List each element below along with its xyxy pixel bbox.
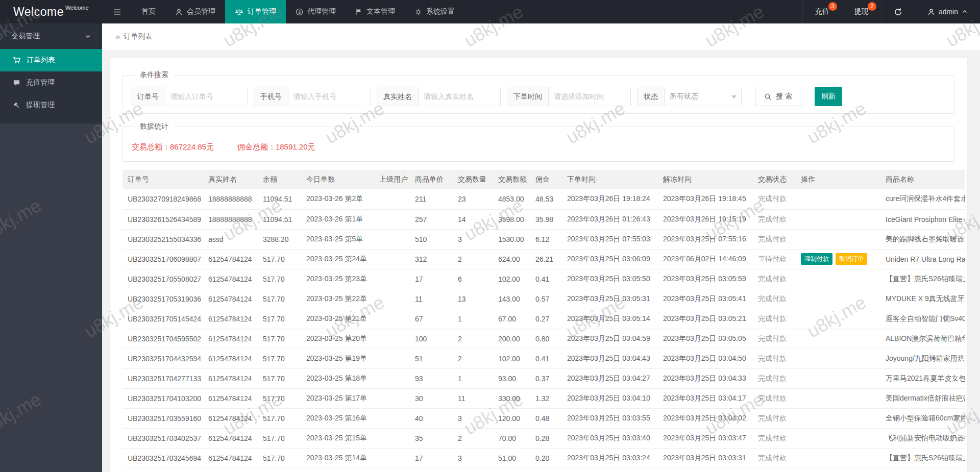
cell-actions xyxy=(796,448,880,468)
top-menu: 首页会员管理订单管理$代理管理文本管理系统设置 xyxy=(132,0,464,23)
cell-order-time: 2023年03月25日 03:03:40 xyxy=(562,428,658,448)
cell-parent-user xyxy=(374,368,410,388)
nav-item-代理管理[interactable]: $代理管理 xyxy=(286,0,346,23)
search-input-订单号[interactable] xyxy=(165,87,247,106)
status-field-label: 状态 xyxy=(638,87,665,106)
page-refresh-button[interactable] xyxy=(881,0,915,23)
flag-icon xyxy=(355,8,362,16)
menu-toggle-icon[interactable] xyxy=(102,0,132,23)
table-header-row: 订单号真实姓名余额今日单数上级用户商品单价交易数量交易数额佣金下单时间解冻时间交… xyxy=(122,170,965,189)
cell-actions xyxy=(796,229,880,249)
search-button[interactable]: 搜 索 xyxy=(755,87,801,106)
cell-parent-user xyxy=(374,209,410,229)
sidebar-item-label: 充值管理 xyxy=(26,78,55,87)
main-content: » 订单列表 条件搜索 订单号手机号真实姓名下单时间状态所有状态搜 索刷新 数据… xyxy=(102,23,980,472)
cell-trade-status: 完成付款 xyxy=(753,349,796,368)
cell-balance: 517.70 xyxy=(258,329,301,349)
table-row: UB230325170514542461254784124517.702023-… xyxy=(122,309,965,329)
sidebar: 交易管理 订单列表充值管理提现管理 xyxy=(0,23,102,472)
select-arrow-icon xyxy=(731,95,737,98)
content-card: 条件搜索 订单号手机号真实姓名下单时间状态所有状态搜 索刷新 数据统计 交易总额… xyxy=(110,58,967,472)
cell-product-name: 丰添抑制脱发洗发液400ml*2洗发水防脱增 xyxy=(880,468,965,472)
cell-real-name: 61254784124 xyxy=(203,249,258,269)
chevron-down-icon xyxy=(85,33,91,39)
cell-today-orders: 2023-03-25 第24单 xyxy=(301,249,374,269)
nav-item-系统设置[interactable]: 系统设置 xyxy=(405,0,464,23)
cell-balance: 517.70 xyxy=(258,368,301,388)
column-header-order-time: 下单时间 xyxy=(562,170,658,189)
refresh-list-button[interactable]: 刷新 xyxy=(815,87,842,106)
sidebar-group-label: 交易管理 xyxy=(11,32,40,41)
cell-actions xyxy=(796,428,880,448)
stats-fieldset: 数据统计 交易总额：867224.85元佣金总额：18591.20元 xyxy=(122,122,954,162)
column-header-unit-price: 商品单价 xyxy=(410,170,453,189)
column-header-balance: 余额 xyxy=(258,170,301,189)
hamburger-icon xyxy=(113,8,121,16)
cell-trade-status: 完成付款 xyxy=(753,408,796,428)
table-row: UB230325170410320061254784124517.702023-… xyxy=(122,388,965,408)
cell-order-time: 2023年03月26日 01:26:43 xyxy=(562,209,658,229)
nav-item-文本管理[interactable]: 文本管理 xyxy=(346,0,405,23)
cell-unfreeze-time: 2023年03月25日 03:05:59 xyxy=(658,269,753,289)
cell-commission: 0.27 xyxy=(530,309,562,329)
cell-trade-qty: 2 xyxy=(453,329,493,349)
nav-item-首页[interactable]: 首页 xyxy=(132,0,165,23)
search-form: 订单号手机号真实姓名下单时间状态所有状态搜 索刷新 xyxy=(131,83,946,106)
nav-item-会员管理[interactable]: 会员管理 xyxy=(165,0,225,23)
sidebar-item-订单列表[interactable]: 订单列表 xyxy=(0,49,102,71)
sidebar-item-label: 订单列表 xyxy=(27,56,55,65)
cell-real-name: 61254784124 xyxy=(203,309,258,329)
column-header-trade-amount: 交易数额 xyxy=(493,170,530,189)
cell-trade-amount: 102.00 xyxy=(493,349,530,368)
cell-real-name: 61254784124 xyxy=(203,349,258,368)
cell-trade-qty: 11 xyxy=(453,388,493,408)
search-input-手机号[interactable] xyxy=(288,87,370,106)
sidebar-item-提现管理[interactable]: 提现管理 xyxy=(0,94,102,116)
cell-unit-price: 93 xyxy=(410,368,453,388)
action-button-取消订单[interactable]: 取消订单 xyxy=(836,253,867,265)
cell-order-time: 2023年03月25日 03:05:50 xyxy=(562,269,658,289)
nav-item-label: 文本管理 xyxy=(366,7,395,16)
cell-order-no: UB2303251703245694 xyxy=(122,448,203,468)
cell-parent-user xyxy=(374,329,410,349)
cell-trade-qty: 13 xyxy=(453,289,493,309)
column-header-actions: 操作 xyxy=(796,170,880,189)
cell-unfreeze-time: 2023年03月25日 03:03:47 xyxy=(658,428,753,448)
sidebar-item-充值管理[interactable]: 充值管理 xyxy=(0,71,102,94)
cell-trade-amount: 4853.00 xyxy=(493,189,530,209)
cell-order-no: UB2303251704595502 xyxy=(122,329,203,349)
nav-action-充值[interactable]: 充值3 xyxy=(802,0,842,23)
status-select[interactable]: 所有状态 xyxy=(665,87,741,106)
breadcrumb: » 订单列表 xyxy=(102,23,980,50)
breadcrumb-spread-icon[interactable]: » xyxy=(115,32,119,42)
cell-unfreeze-time: 2023年03月25日 03:03:16 xyxy=(658,468,753,472)
action-button-强制付款[interactable]: 强制付款 xyxy=(801,253,832,265)
cell-order-no: UB2303251705145424 xyxy=(122,309,203,329)
cell-commission: 0.20 xyxy=(530,448,562,468)
status-select-value: 所有状态 xyxy=(670,92,698,101)
search-input-真实姓名[interactable] xyxy=(419,87,500,106)
cell-trade-amount: 330.00 xyxy=(493,388,530,408)
stat-item: 佣金总额：18591.20元 xyxy=(237,142,315,152)
nav-item-订单管理[interactable]: 订单管理 xyxy=(225,0,286,23)
table-row: UB230325170459550261254784124517.702023-… xyxy=(122,329,965,349)
cell-commission: 0.57 xyxy=(530,289,562,309)
cell-parent-user xyxy=(374,309,410,329)
cell-today-orders: 2023-03-25 第20单 xyxy=(301,329,374,349)
scale-icon xyxy=(235,8,243,16)
nav-action-提现[interactable]: 提现2 xyxy=(842,0,881,23)
user-menu[interactable]: admin xyxy=(915,0,980,23)
table-row: UB230325170609880761254784124517.702023-… xyxy=(122,249,965,269)
cell-trade-qty: 1 xyxy=(453,368,493,388)
cell-unit-price: 312 xyxy=(410,249,453,269)
cell-parent-user xyxy=(374,289,410,309)
sidebar-item-label: 提现管理 xyxy=(26,101,55,110)
stats-legend: 数据统计 xyxy=(135,122,174,131)
cell-unit-price: 40 xyxy=(410,408,453,428)
cell-commission: 1.32 xyxy=(530,388,562,408)
cell-balance: 517.70 xyxy=(258,349,301,368)
search-input-下单时间[interactable] xyxy=(549,87,630,106)
cell-product-name: 鹿客全自动智能门锁Sv40指静脉推拉密码锁 xyxy=(880,309,965,329)
stat-item: 交易总额：867224.85元 xyxy=(132,142,214,152)
sidebar-group-trade[interactable]: 交易管理 xyxy=(0,23,102,49)
